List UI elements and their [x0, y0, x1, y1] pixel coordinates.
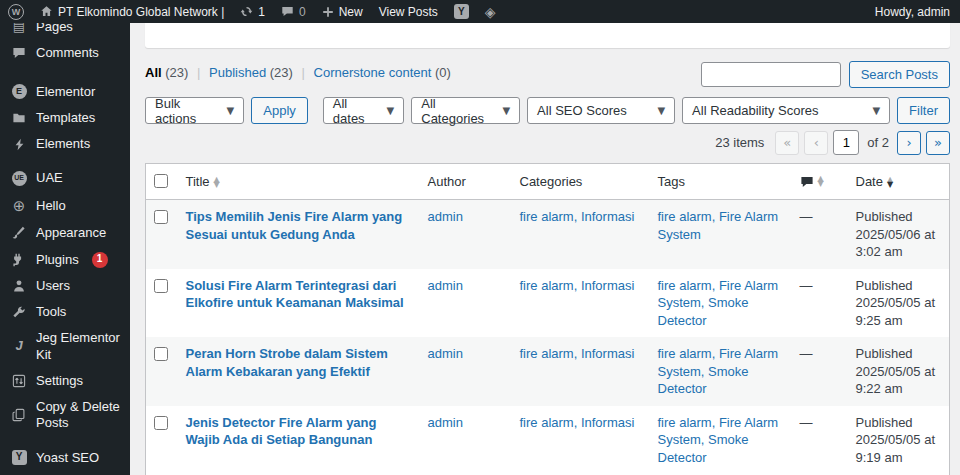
chevron-down-icon: ▼ — [872, 105, 880, 116]
seo-scores-filter-value: All SEO Scores — [537, 103, 627, 118]
column-header-title[interactable]: Title▲▼ — [178, 164, 420, 200]
date-header-label: Date — [856, 174, 883, 189]
sidebar-item-settings[interactable]: Settings — [0, 368, 130, 394]
users-icon — [10, 279, 28, 293]
wp-logo-menu[interactable]: W — [0, 0, 32, 23]
current-page-input[interactable] — [833, 130, 859, 155]
comments-menu[interactable]: 0 — [273, 0, 314, 23]
bulk-actions-value: Bulk actions — [155, 96, 215, 126]
post-title-link[interactable]: Peran Horn Strobe dalam Sistem Alarm Keb… — [186, 345, 412, 380]
first-page-button: « — [775, 131, 799, 155]
wordpress-logo-icon: W — [8, 4, 24, 20]
tags-links[interactable]: fire alarm, Fire Alarm System, Smoke Det… — [658, 278, 779, 328]
sidebar-item-label: UAE — [36, 170, 63, 186]
sidebar-item-elements[interactable]: Elements — [0, 131, 130, 157]
seo-scores-filter-select[interactable]: All SEO Scores ▼ — [527, 97, 675, 124]
sort-arrows-icon: ▲▼ — [818, 177, 824, 187]
sidebar-item-jeg-elementor-kit[interactable]: J Jeg Elementor Kit — [0, 325, 130, 368]
categories-filter-select[interactable]: All Categories ▼ — [411, 97, 520, 124]
sidebar-item-label: Plugins — [36, 252, 79, 268]
notice-box — [145, 23, 950, 48]
view-posts-menu[interactable]: View Posts — [371, 0, 446, 23]
author-link[interactable]: admin — [428, 415, 463, 430]
post-title-link[interactable]: Tips Memilih Jenis Fire Alarm yang Sesua… — [186, 208, 412, 243]
dates-filter-value: All dates — [333, 96, 375, 126]
search-posts-button[interactable]: Search Posts — [849, 61, 950, 88]
author-link[interactable]: admin — [428, 278, 463, 293]
updates-icon — [240, 5, 253, 18]
account-menu[interactable]: Howdy, admin — [867, 0, 960, 23]
sidebar-item-label: Settings — [36, 373, 83, 389]
sidebar-item-appearance[interactable]: Appearance — [0, 220, 130, 246]
row-checkbox[interactable] — [154, 347, 168, 361]
kit-adminbar-menu[interactable]: ◈ — [477, 0, 504, 23]
categories-links[interactable]: fire alarm, Informasi — [520, 278, 635, 293]
sort-arrows-icon: ▲▼ — [887, 178, 893, 188]
column-header-date[interactable]: Date▲▼ — [848, 164, 950, 200]
row-checkbox[interactable] — [154, 279, 168, 293]
site-name: PT Elkomindo Global Network | — [58, 5, 224, 19]
view-published-count: (23) — [270, 65, 293, 80]
chevron-down-icon: ▼ — [227, 105, 235, 116]
yoast-adminbar-menu[interactable]: Y — [446, 0, 477, 23]
readability-scores-filter-select[interactable]: All Readability Scores ▼ — [682, 97, 890, 124]
sidebar-item-tools[interactable]: Tools — [0, 299, 130, 325]
sidebar-item-label: Yoast SEO — [36, 450, 99, 466]
post-status: Published — [856, 415, 913, 430]
posts-table: Title▲▼ Author Categories Tags ▲▼ Date▲▼… — [145, 163, 950, 475]
sidebar-item-users[interactable]: Users — [0, 273, 130, 299]
dates-filter-select[interactable]: All dates ▼ — [323, 97, 404, 124]
updates-menu[interactable]: 1 — [232, 0, 273, 23]
column-header-comments[interactable]: ▲▼ — [792, 164, 848, 200]
last-page-button[interactable]: » — [926, 131, 950, 155]
tools-icon — [10, 305, 28, 319]
post-title-link[interactable]: Jenis Detector Fire Alarm yang Wajib Ada… — [186, 414, 412, 449]
sidebar-item-copy-delete-posts[interactable]: Copy & Delete Posts — [0, 394, 130, 437]
sidebar-item-label: Hello — [36, 198, 66, 214]
sidebar-item-plugins[interactable]: Plugins 1 — [0, 247, 130, 273]
post-status-views: All (23) | Published (23) | Cornerstone … — [145, 61, 451, 80]
new-content-menu[interactable]: New — [314, 0, 371, 23]
next-page-button[interactable]: › — [897, 131, 921, 155]
filter-button[interactable]: Filter — [897, 97, 950, 124]
sidebar-item-uae[interactable]: UE UAE — [0, 165, 130, 191]
tags-links[interactable]: fire alarm, Fire Alarm System — [658, 209, 779, 242]
table-row: Tips Memilih Jenis Fire Alarm yang Sesua… — [146, 200, 950, 269]
sidebar-item-comments[interactable]: Comments — [0, 40, 130, 66]
yoast-icon: Y — [454, 4, 469, 19]
author-link[interactable]: admin — [428, 346, 463, 361]
select-all-checkbox[interactable] — [154, 174, 168, 188]
view-all-link[interactable]: All — [145, 65, 162, 80]
sidebar-item-label: Comments — [36, 45, 99, 61]
copy-pages-icon — [10, 408, 28, 422]
title-header-label: Title — [186, 174, 210, 189]
sidebar-item-elementor[interactable]: E Elementor — [0, 79, 130, 105]
row-checkbox[interactable] — [154, 210, 168, 224]
author-link[interactable]: admin — [428, 209, 463, 224]
sidebar-item-gosmtp[interactable]: ✉ GoSMTP — [0, 471, 130, 475]
apply-button[interactable]: Apply — [251, 97, 308, 124]
column-header-categories: Categories — [512, 164, 650, 200]
categories-links[interactable]: fire alarm, Informasi — [520, 415, 635, 430]
search-input[interactable] — [701, 62, 841, 87]
tags-links[interactable]: fire alarm, Fire Alarm System, Smoke Det… — [658, 415, 779, 465]
bulk-actions-select[interactable]: Bulk actions ▼ — [145, 97, 244, 124]
post-status: Published — [856, 346, 913, 361]
post-status: Published — [856, 209, 913, 224]
sidebar-item-yoast-seo[interactable]: Y Yoast SEO — [0, 445, 130, 471]
column-header-tags: Tags — [650, 164, 792, 200]
categories-links[interactable]: fire alarm, Informasi — [520, 346, 635, 361]
view-published-link[interactable]: Published — [209, 65, 266, 80]
view-cornerstone-link[interactable]: Cornerstone content — [314, 65, 432, 80]
view-posts-label: View Posts — [379, 5, 438, 19]
updates-count: 1 — [258, 5, 265, 19]
sidebar-item-hello[interactable]: ⊕ Hello — [0, 192, 130, 221]
sidebar-item-pages[interactable]: ▤ Pages — [0, 23, 130, 40]
sidebar-item-templates[interactable]: Templates — [0, 105, 130, 131]
categories-links[interactable]: fire alarm, Informasi — [520, 209, 635, 224]
tags-links[interactable]: fire alarm, Fire Alarm System, Smoke Det… — [658, 346, 779, 396]
site-name-menu[interactable]: PT Elkomindo Global Network | — [32, 0, 232, 23]
post-title-link[interactable]: Solusi Fire Alarm Terintegrasi dari Elko… — [186, 277, 412, 312]
row-checkbox[interactable] — [154, 416, 168, 430]
date-cell: Published2025/05/05 at 9:25 am — [848, 269, 950, 338]
